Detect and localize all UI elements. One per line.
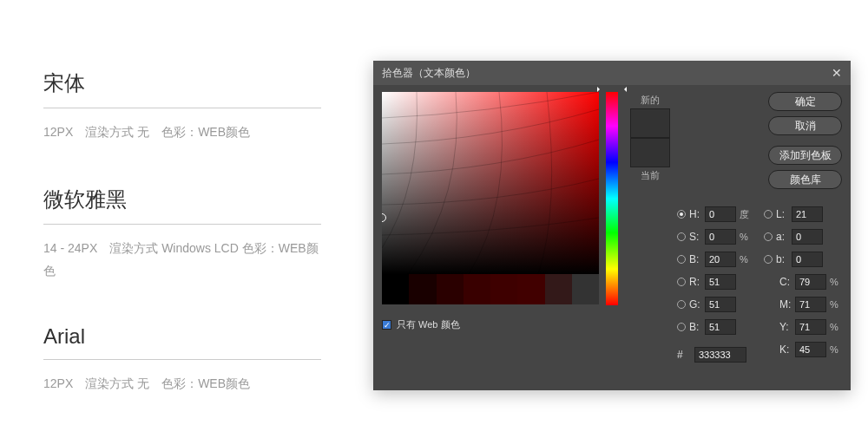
- checkbox-icon[interactable]: ✓: [382, 320, 391, 330]
- l-input[interactable]: [792, 206, 823, 222]
- color-picker-dialog: 拾色器（文本颜色） ✕: [373, 61, 851, 390]
- font-desc: 12PX 渲染方式 无 色彩：WEB颜色: [43, 372, 321, 396]
- radio-blab[interactable]: [764, 255, 773, 264]
- swatch[interactable]: [517, 273, 544, 304]
- swatch[interactable]: [382, 273, 409, 304]
- ok-button[interactable]: 确定: [768, 92, 842, 111]
- radio-l[interactable]: [764, 210, 773, 219]
- radio-g[interactable]: [677, 300, 686, 309]
- font-title: Arial: [43, 324, 321, 360]
- font-section-arial: Arial 12PX 渲染方式 无 色彩：WEB颜色: [43, 324, 321, 396]
- current-color-box: [630, 138, 670, 167]
- hex-input[interactable]: [694, 347, 746, 363]
- font-title: 宋体: [43, 69, 321, 108]
- s-input[interactable]: [705, 229, 736, 245]
- hue-slider[interactable]: [606, 92, 618, 305]
- radio-a[interactable]: [764, 232, 773, 241]
- current-label: 当前: [641, 169, 660, 182]
- new-label: 新的: [641, 94, 660, 107]
- bhsb-input[interactable]: [705, 252, 736, 267]
- g-input[interactable]: [705, 297, 736, 312]
- swatch[interactable]: [572, 273, 599, 304]
- radio-s[interactable]: [677, 232, 686, 241]
- a-input[interactable]: [792, 229, 823, 245]
- radio-h[interactable]: [677, 210, 686, 219]
- color-library-button[interactable]: 颜色库: [768, 170, 842, 189]
- font-title: 微软雅黑: [43, 186, 321, 225]
- radio-r[interactable]: [677, 278, 686, 286]
- web-only-label: 只有 Web 颜色: [397, 318, 460, 331]
- y-input[interactable]: [795, 319, 826, 335]
- svg-rect-1: [382, 92, 599, 274]
- radio-bl[interactable]: [677, 323, 686, 331]
- cancel-button[interactable]: 取消: [768, 116, 842, 135]
- picker-title: 拾色器（文本颜色）: [382, 66, 476, 81]
- swatch[interactable]: [437, 273, 464, 304]
- r-input[interactable]: [705, 274, 736, 290]
- swatch[interactable]: [464, 273, 490, 304]
- blab-input[interactable]: [792, 252, 823, 267]
- c-input[interactable]: [795, 274, 826, 290]
- font-desc: 14 - 24PX 渲染方式 Windows LCD 色彩：WEB颜色: [43, 237, 321, 283]
- swatch[interactable]: [490, 273, 517, 304]
- add-swatch-button[interactable]: 添加到色板: [768, 146, 842, 165]
- swatch[interactable]: [409, 273, 436, 304]
- font-desc: 12PX 渲染方式 无 色彩：WEB颜色: [43, 121, 321, 144]
- radio-bhsb[interactable]: [677, 255, 686, 264]
- web-colors-only[interactable]: ✓ 只有 Web 颜色: [382, 318, 599, 331]
- color-values: H:度 L: S:% a: B:% b: R: C:% G: M:% B: Y:…: [677, 205, 842, 364]
- font-section-yahei: 微软雅黑 14 - 24PX 渲染方式 Windows LCD 色彩：WEB颜色: [43, 186, 321, 283]
- swatch[interactable]: [545, 273, 572, 304]
- brgb-input[interactable]: [705, 319, 736, 335]
- font-section-songti: 宋体 12PX 渲染方式 无 色彩：WEB颜色: [43, 69, 321, 144]
- h-input[interactable]: [705, 206, 736, 222]
- recent-swatches[interactable]: [382, 273, 599, 304]
- font-guidelines: 宋体 12PX 渲染方式 无 色彩：WEB颜色 微软雅黑 14 - 24PX 渲…: [43, 69, 321, 436]
- picker-titlebar: 拾色器（文本颜色） ✕: [373, 61, 851, 85]
- k-input[interactable]: [795, 342, 826, 357]
- close-icon[interactable]: ✕: [832, 66, 842, 80]
- new-color-box: [630, 108, 670, 138]
- color-field[interactable]: [382, 92, 599, 274]
- m-input[interactable]: [795, 297, 826, 312]
